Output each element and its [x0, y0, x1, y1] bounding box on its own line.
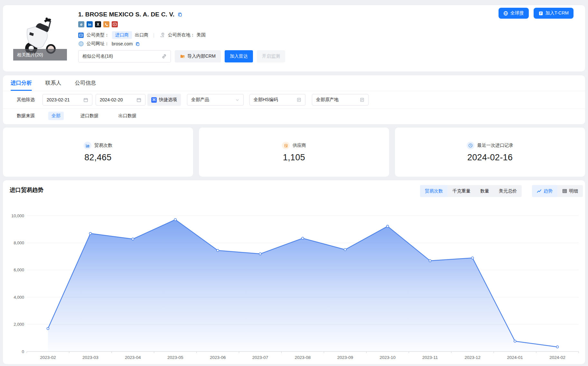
company-website-row: 公司网址： brose.com: [78, 41, 140, 47]
global-search-button[interactable]: 全球搜: [499, 8, 529, 19]
import-trend-card: 进口贸易趋势 贸易次数 千克重量 数量 美元总价 趋势 明细: [3, 180, 585, 364]
stat-label: 贸易次数: [94, 143, 112, 148]
calendar-icon: [83, 98, 88, 102]
svg-text:2023-02: 2023-02: [40, 355, 56, 360]
stat-value: 2024-02-16: [467, 153, 513, 163]
stat-head: 最近一次进口记录: [467, 142, 513, 149]
similar-companies-button[interactable]: 相似公司名(18): [78, 50, 171, 62]
metric-weight-button[interactable]: 千克重量: [448, 185, 475, 197]
metric-trades-button[interactable]: 贸易次数: [420, 185, 448, 197]
join-tcrm-label: 加入T-CRM: [546, 10, 569, 16]
globe-white-icon: [503, 11, 508, 16]
origin-value: 全部原产地: [316, 97, 339, 103]
analysis-card: 进口分析 联系人 公司信息 其他筛选 2023-02-21 2024-02-20: [3, 75, 585, 124]
import-crm-button[interactable]: 导入内部CRM: [175, 50, 221, 62]
product-select-value: 全部产品: [191, 97, 209, 103]
tab-company-info[interactable]: 公司信息: [75, 75, 96, 91]
join-radar-label: 加入雷达: [230, 53, 248, 59]
svg-text:2024-02: 2024-02: [549, 355, 565, 360]
source-import-data[interactable]: 进口数据: [77, 112, 102, 120]
importer-badge[interactable]: 进口商: [112, 31, 132, 39]
social-links: e in X: [78, 21, 118, 27]
hs-code-value: 全部HS编码: [254, 97, 278, 103]
exporter-badge[interactable]: 出口商: [135, 32, 148, 38]
table-icon: [562, 189, 567, 193]
metric-quantity-button[interactable]: 数量: [475, 185, 494, 197]
copy-icon[interactable]: [177, 12, 182, 17]
svg-text:2023-03: 2023-03: [82, 355, 98, 360]
website-label: 公司网址：: [87, 41, 109, 47]
related-images-count[interactable]: 相关图片(20): [13, 49, 67, 61]
stat-value: 1,105: [283, 153, 305, 163]
svg-text:4,000: 4,000: [14, 295, 24, 300]
tab-contacts[interactable]: 联系人: [45, 75, 61, 91]
view-toggle-group: 趋势 明细: [532, 185, 583, 197]
svg-text:0: 0: [22, 349, 24, 354]
stat-card-last-import: 最近一次进口记录 2024-02-16: [395, 127, 585, 177]
top-actions: 全球搜 加入T-CRM: [499, 8, 574, 19]
divider-line: [3, 91, 585, 91]
chart-title: 进口贸易趋势: [10, 186, 43, 194]
x-twitter-icon[interactable]: X: [95, 21, 101, 27]
quick-options-button[interactable]: ⌘ 快捷选项: [147, 94, 181, 106]
calendar-icon: [136, 98, 141, 102]
stat-card-suppliers: 供应商 1,105: [199, 127, 389, 177]
company-name: 1. BROSE MEXICO S. A. DE C. V.: [78, 11, 174, 18]
location-pin-icon: [159, 32, 165, 38]
svg-text:2,000: 2,000: [14, 322, 24, 327]
svg-text:2023-09: 2023-09: [337, 355, 353, 360]
list-icon: [360, 98, 364, 102]
browser-icon[interactable]: e: [78, 21, 84, 27]
quick-options-label: 快捷选项: [159, 97, 177, 103]
view-detail-button[interactable]: 明细: [557, 185, 583, 197]
tab-import-analysis[interactable]: 进口分析: [11, 75, 32, 91]
view-trend-button[interactable]: 趋势: [532, 185, 557, 197]
date-to-value: 2024-02-20: [100, 97, 123, 102]
company-type-icon: [78, 33, 84, 38]
stat-label: 供应商: [293, 143, 306, 148]
source-all[interactable]: 全部: [48, 112, 64, 120]
stat-head: 贸易次数: [84, 142, 112, 149]
svg-text:2023-05: 2023-05: [167, 355, 183, 360]
copy-icon[interactable]: [135, 42, 140, 46]
import-crm-label: 导入内部CRM: [187, 53, 216, 59]
company-meta-row: 公司类型： 进口商 出口商 | 公司所在地： 美国: [78, 31, 206, 39]
link-icon: [162, 54, 167, 59]
date-to-input[interactable]: 2024-02-20: [96, 94, 145, 106]
page: 相关图片(20) 1. BROSE MEXICO S. A. DE C. V. …: [0, 0, 588, 366]
hs-code-select[interactable]: 全部HS编码: [249, 94, 305, 106]
date-from-input[interactable]: 2023-02-21: [42, 94, 92, 106]
header-actions: 相似公司名(18) 导入内部CRM 加入雷达 开启监测: [78, 50, 285, 62]
svg-text:2023-12: 2023-12: [464, 355, 481, 360]
svg-text:6,000: 6,000: [14, 267, 24, 272]
join-radar-button[interactable]: 加入雷达: [225, 50, 253, 62]
bar-chart-icon: [84, 142, 91, 149]
phone-icon[interactable]: [103, 21, 109, 27]
linkedin-icon[interactable]: in: [87, 21, 93, 27]
youtube-icon[interactable]: [112, 21, 118, 27]
chevron-down-icon: [235, 98, 239, 102]
svg-text:2024-01: 2024-01: [507, 355, 523, 360]
origin-select[interactable]: 全部原产地: [312, 94, 369, 106]
global-search-label: 全球搜: [510, 10, 524, 16]
join-tcrm-button[interactable]: 加入T-CRM: [534, 8, 574, 19]
other-filters-label: 其他筛选: [17, 97, 35, 103]
start-monitor-button[interactable]: 开启监测: [257, 50, 285, 62]
metric-toggle-group: 贸易次数 千克重量 数量 美元总价: [420, 185, 522, 197]
source-export-data[interactable]: 出口数据: [115, 112, 140, 120]
divider-line: [3, 108, 585, 109]
svg-text:2023-08: 2023-08: [295, 355, 311, 360]
stat-head: 供应商: [282, 142, 306, 149]
filter-row: 其他筛选 2023-02-21 2024-02-20 ⌘ 快捷选项: [17, 94, 369, 106]
command-icon: ⌘: [151, 97, 157, 103]
chart-series: [47, 219, 558, 352]
website-value[interactable]: brose.com: [112, 41, 133, 46]
stat-card-trades: 贸易次数 82,465: [3, 127, 193, 177]
product-select[interactable]: 全部产品: [187, 94, 244, 106]
related-image[interactable]: 相关图片(20): [13, 11, 67, 61]
similar-companies-label: 相似公司名(18): [82, 53, 113, 59]
date-from-value: 2023-02-21: [47, 97, 70, 102]
svg-text:2023-04: 2023-04: [125, 355, 141, 360]
metric-usd-button[interactable]: 美元总价: [494, 185, 522, 197]
svg-text:2023-06: 2023-06: [210, 355, 226, 360]
